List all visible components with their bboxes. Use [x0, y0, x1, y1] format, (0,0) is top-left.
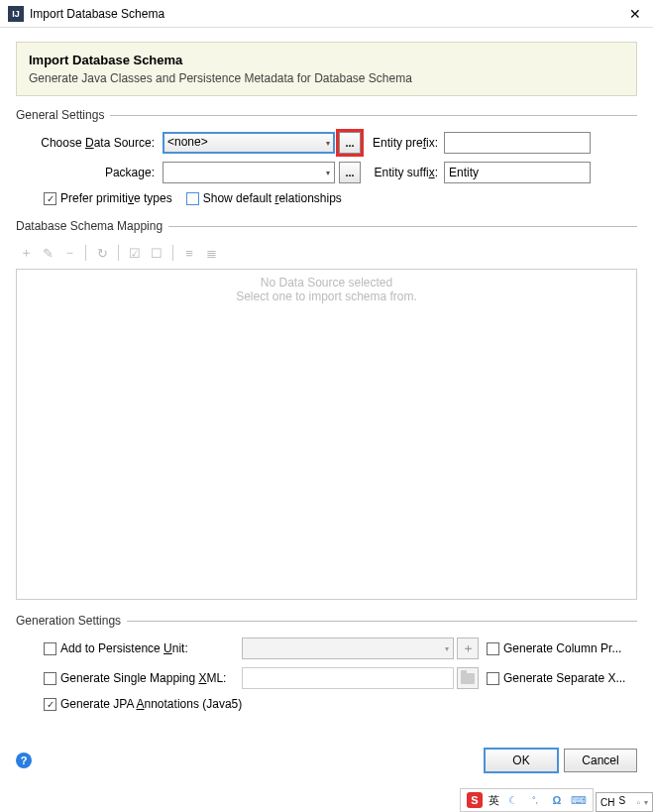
empty-state-line1: No Data Source selected	[17, 276, 636, 290]
schema-mapping-label: Database Schema Mapping	[16, 219, 163, 233]
omega-icon[interactable]: Ω	[549, 792, 565, 808]
checkbox-unchecked-icon	[44, 672, 56, 685]
help-icon[interactable]: ?	[16, 753, 32, 768]
ime-toolbar[interactable]: S 英 ☾ °, Ω ⌨	[460, 788, 594, 812]
empty-state-line2: Select one to import schema from.	[17, 290, 636, 303]
divider	[168, 226, 637, 227]
ime-ch[interactable]: CH	[600, 797, 614, 808]
deselect-icon[interactable]: ☐	[147, 243, 166, 263]
select-all-icon[interactable]: ☑	[125, 243, 145, 263]
show-default-relationships-checkbox[interactable]: Show default relationships	[186, 191, 342, 205]
divider	[110, 115, 637, 116]
checkbox-unchecked-icon	[44, 642, 56, 655]
window-title: Import Database Schema	[30, 7, 625, 21]
header-panel: Import Database Schema Generate Java Cla…	[16, 42, 637, 96]
data-source-browse-button[interactable]: ...	[339, 132, 361, 154]
divider	[85, 245, 86, 261]
generate-separate-xml-checkbox[interactable]: Generate Separate X...	[487, 671, 625, 685]
ime-secondary-bar[interactable]: CH S ▫ ▾	[596, 792, 653, 812]
package-browse-button[interactable]: ...	[339, 162, 361, 183]
close-icon[interactable]: ✕	[625, 6, 645, 22]
general-settings-label: General Settings	[16, 108, 104, 122]
entity-suffix-label: Entity suffix:	[371, 166, 444, 179]
ime-half-icon[interactable]: ▫	[636, 797, 640, 808]
sogou-icon[interactable]: S	[618, 795, 632, 809]
folder-icon	[461, 673, 475, 684]
checkbox-checked-icon: ✓	[44, 192, 56, 205]
ime-lang[interactable]: 英	[489, 793, 499, 808]
add-icon[interactable]: ＋	[16, 243, 36, 263]
checkbox-checked-icon: ✓	[44, 698, 56, 711]
persistence-unit-select[interactable]: ▾	[242, 638, 454, 659]
ok-button[interactable]: OK	[485, 749, 558, 772]
chevron-down-icon: ▾	[326, 169, 330, 177]
moon-icon[interactable]: ☾	[505, 792, 521, 808]
header-subtitle: Generate Java Classes and Persistence Me…	[29, 71, 624, 85]
data-source-select[interactable]: <none> ▾	[163, 132, 335, 154]
prefer-primitive-checkbox[interactable]: ✓ Prefer primitive types	[44, 191, 172, 205]
titlebar: IJ Import Database Schema ✕	[0, 0, 653, 28]
checkbox-unchecked-icon	[487, 672, 499, 685]
cancel-button[interactable]: Cancel	[564, 749, 637, 772]
mapping-toolbar: ＋ ✎ － ↻ ☑ ☐ ≡ ≣	[16, 243, 637, 263]
package-label: Package:	[16, 166, 163, 179]
browse-xml-button[interactable]	[457, 667, 479, 689]
entity-prefix-label: Entity prefix:	[371, 136, 444, 150]
generate-column-properties-checkbox[interactable]: Generate Column Pr...	[487, 641, 621, 655]
generate-jpa-annotations-checkbox[interactable]: ✓ Generate JPA Annotations (Java5)	[44, 697, 242, 711]
chevron-down-icon: ▾	[445, 644, 449, 653]
divider	[118, 245, 119, 261]
keyboard-icon[interactable]: ⌨	[571, 792, 587, 808]
generate-separate-label: Generate Separate X...	[503, 671, 625, 685]
generation-settings-label: Generation Settings	[16, 614, 121, 628]
checkbox-unchecked-icon	[487, 642, 499, 655]
remove-icon[interactable]: －	[59, 243, 79, 263]
chevron-down-icon[interactable]: ▾	[644, 798, 648, 807]
edit-icon[interactable]: ✎	[38, 243, 57, 263]
schema-mapping-panel: No Data Source selected Select one to im…	[16, 269, 637, 600]
chevron-down-icon: ▾	[326, 139, 330, 148]
generate-column-label: Generate Column Pr...	[503, 641, 621, 655]
generate-single-mapping-xml-checkbox[interactable]: Generate Single Mapping XML:	[44, 671, 226, 685]
data-source-label: Choose Data Source:	[16, 136, 163, 150]
add-persistence-unit-button[interactable]: ＋	[457, 638, 479, 659]
add-to-persistence-unit-checkbox[interactable]: Add to Persistence Unit:	[44, 641, 188, 655]
app-icon: IJ	[8, 6, 24, 22]
entity-prefix-input[interactable]	[444, 132, 591, 154]
entity-suffix-input[interactable]	[444, 162, 591, 183]
expand-icon[interactable]: ≡	[179, 243, 199, 263]
package-select[interactable]: ▾	[163, 162, 335, 183]
divider	[172, 245, 173, 261]
header-title: Import Database Schema	[29, 53, 624, 67]
punctuation-icon[interactable]: °,	[527, 792, 543, 808]
mapping-xml-path-input[interactable]	[242, 667, 454, 689]
collapse-icon[interactable]: ≣	[201, 243, 221, 263]
dialog-footer: ? OK Cancel	[0, 743, 653, 778]
checkbox-unchecked-icon	[186, 192, 199, 205]
divider	[127, 621, 637, 622]
refresh-icon[interactable]: ↻	[92, 243, 112, 263]
sogou-icon[interactable]: S	[467, 792, 483, 808]
data-source-value: <none>	[167, 135, 208, 149]
